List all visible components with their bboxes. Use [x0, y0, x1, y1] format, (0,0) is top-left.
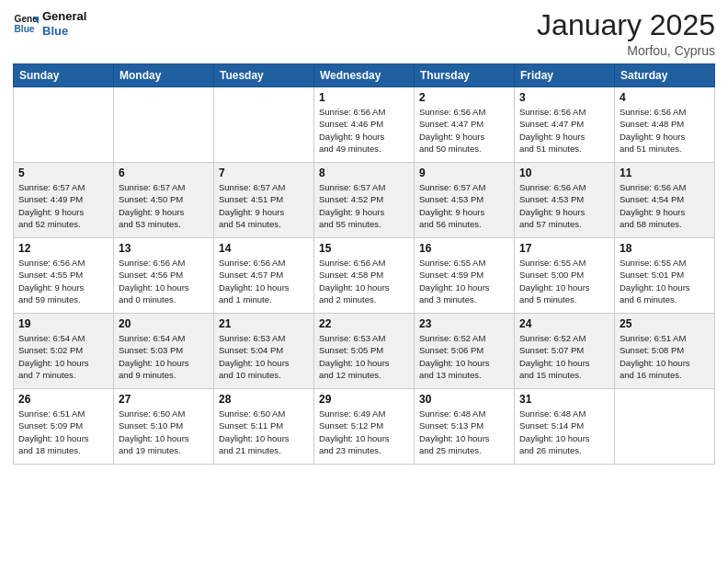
day-info: Sunrise: 6:51 AM Sunset: 5:08 PM Dayligh… [620, 332, 710, 381]
day-number: 10 [519, 167, 609, 179]
day-number: 3 [519, 91, 609, 104]
page: General Blue General Blue January 2025 M… [0, 0, 728, 563]
day-info: Sunrise: 6:54 AM Sunset: 5:03 PM Dayligh… [119, 332, 209, 381]
day-number: 23 [419, 317, 509, 330]
title-block: January 2025 Morfou, Cyprus [537, 9, 715, 58]
day-cell: 16Sunrise: 6:55 AM Sunset: 4:59 PM Dayli… [415, 238, 515, 314]
day-info: Sunrise: 6:54 AM Sunset: 5:02 PM Dayligh… [18, 332, 108, 381]
col-sunday: Sunday [14, 64, 114, 87]
day-cell: 27Sunrise: 6:50 AM Sunset: 5:10 PM Dayli… [114, 389, 214, 465]
header: General Blue General Blue January 2025 M… [13, 9, 715, 58]
day-info: Sunrise: 6:57 AM Sunset: 4:52 PM Dayligh… [319, 181, 409, 230]
day-cell: 14Sunrise: 6:56 AM Sunset: 4:57 PM Dayli… [214, 238, 314, 314]
day-number: 16 [419, 242, 509, 255]
col-friday: Friday [515, 64, 615, 87]
logo-general: General [42, 9, 86, 24]
day-cell: 3Sunrise: 6:56 AM Sunset: 4:47 PM Daylig… [515, 87, 615, 163]
day-info: Sunrise: 6:49 AM Sunset: 5:12 PM Dayligh… [319, 408, 409, 456]
day-number: 28 [219, 393, 309, 406]
day-cell: 6Sunrise: 6:57 AM Sunset: 4:50 PM Daylig… [114, 163, 214, 238]
day-info: Sunrise: 6:52 AM Sunset: 5:07 PM Dayligh… [519, 332, 609, 381]
day-number: 5 [18, 167, 108, 179]
day-info: Sunrise: 6:50 AM Sunset: 5:10 PM Dayligh… [119, 408, 209, 456]
day-info: Sunrise: 6:56 AM Sunset: 4:46 PM Dayligh… [319, 106, 409, 155]
calendar: Sunday Monday Tuesday Wednesday Thursday… [13, 63, 715, 465]
col-thursday: Thursday [415, 64, 515, 87]
col-tuesday: Tuesday [214, 64, 314, 87]
day-cell: 10Sunrise: 6:56 AM Sunset: 4:53 PM Dayli… [515, 163, 615, 238]
day-info: Sunrise: 6:51 AM Sunset: 5:09 PM Dayligh… [18, 408, 108, 456]
day-number: 9 [419, 167, 509, 179]
day-info: Sunrise: 6:48 AM Sunset: 5:13 PM Dayligh… [419, 408, 509, 456]
day-info: Sunrise: 6:56 AM Sunset: 4:48 PM Dayligh… [620, 106, 710, 155]
day-number: 12 [18, 242, 108, 255]
day-info: Sunrise: 6:52 AM Sunset: 5:06 PM Dayligh… [419, 332, 509, 381]
day-cell: 21Sunrise: 6:53 AM Sunset: 5:04 PM Dayli… [214, 314, 314, 389]
day-info: Sunrise: 6:56 AM Sunset: 4:53 PM Dayligh… [519, 181, 609, 230]
week-row-2: 5Sunrise: 6:57 AM Sunset: 4:49 PM Daylig… [14, 163, 715, 238]
day-cell: 26Sunrise: 6:51 AM Sunset: 5:09 PM Dayli… [14, 389, 114, 465]
day-cell: 31Sunrise: 6:48 AM Sunset: 5:14 PM Dayli… [515, 389, 615, 465]
week-row-5: 26Sunrise: 6:51 AM Sunset: 5:09 PM Dayli… [14, 389, 715, 465]
day-cell: 12Sunrise: 6:56 AM Sunset: 4:55 PM Dayli… [14, 238, 114, 314]
day-cell: 11Sunrise: 6:56 AM Sunset: 4:54 PM Dayli… [615, 163, 715, 238]
day-cell: 4Sunrise: 6:56 AM Sunset: 4:48 PM Daylig… [615, 87, 715, 163]
day-cell: 1Sunrise: 6:56 AM Sunset: 4:46 PM Daylig… [314, 87, 415, 163]
week-row-3: 12Sunrise: 6:56 AM Sunset: 4:55 PM Dayli… [14, 238, 715, 314]
day-number: 2 [419, 91, 509, 104]
day-cell: 22Sunrise: 6:53 AM Sunset: 5:05 PM Dayli… [314, 314, 415, 389]
svg-text:Blue: Blue [15, 24, 35, 34]
day-cell [214, 87, 314, 163]
day-number: 25 [620, 317, 710, 330]
day-info: Sunrise: 6:53 AM Sunset: 5:05 PM Dayligh… [319, 332, 409, 381]
day-info: Sunrise: 6:50 AM Sunset: 5:11 PM Dayligh… [219, 408, 309, 456]
day-number: 19 [18, 317, 108, 330]
logo: General Blue General Blue [13, 9, 86, 38]
day-info: Sunrise: 6:55 AM Sunset: 5:01 PM Dayligh… [620, 257, 710, 305]
col-wednesday: Wednesday [314, 64, 415, 87]
day-number: 7 [219, 167, 309, 179]
day-number: 13 [119, 242, 209, 255]
day-number: 20 [119, 317, 209, 330]
day-info: Sunrise: 6:56 AM Sunset: 4:56 PM Dayligh… [119, 257, 209, 305]
day-cell: 18Sunrise: 6:55 AM Sunset: 5:01 PM Dayli… [615, 238, 715, 314]
day-info: Sunrise: 6:56 AM Sunset: 4:47 PM Dayligh… [419, 106, 509, 155]
day-cell: 24Sunrise: 6:52 AM Sunset: 5:07 PM Dayli… [515, 314, 615, 389]
day-cell [114, 87, 214, 163]
day-number: 15 [319, 242, 409, 255]
day-info: Sunrise: 6:56 AM Sunset: 4:58 PM Dayligh… [319, 257, 409, 305]
day-number: 31 [519, 393, 609, 406]
col-saturday: Saturday [615, 64, 715, 87]
header-row: Sunday Monday Tuesday Wednesday Thursday… [14, 64, 715, 87]
month-title: January 2025 [537, 9, 715, 41]
location: Morfou, Cyprus [537, 43, 715, 58]
day-cell: 2Sunrise: 6:56 AM Sunset: 4:47 PM Daylig… [415, 87, 515, 163]
day-number: 26 [18, 393, 108, 406]
day-cell: 7Sunrise: 6:57 AM Sunset: 4:51 PM Daylig… [214, 163, 314, 238]
day-number: 22 [319, 317, 409, 330]
day-number: 29 [319, 393, 409, 406]
day-cell: 13Sunrise: 6:56 AM Sunset: 4:56 PM Dayli… [114, 238, 214, 314]
day-number: 24 [519, 317, 609, 330]
day-info: Sunrise: 6:55 AM Sunset: 4:59 PM Dayligh… [419, 257, 509, 305]
day-info: Sunrise: 6:57 AM Sunset: 4:53 PM Dayligh… [419, 181, 509, 230]
day-number: 6 [119, 167, 209, 179]
week-row-1: 1Sunrise: 6:56 AM Sunset: 4:46 PM Daylig… [14, 87, 715, 163]
day-info: Sunrise: 6:56 AM Sunset: 4:57 PM Dayligh… [219, 257, 309, 305]
col-monday: Monday [114, 64, 214, 87]
day-info: Sunrise: 6:55 AM Sunset: 5:00 PM Dayligh… [519, 257, 609, 305]
day-cell [14, 87, 114, 163]
day-cell: 17Sunrise: 6:55 AM Sunset: 5:00 PM Dayli… [515, 238, 615, 314]
day-number: 4 [620, 91, 710, 104]
day-info: Sunrise: 6:57 AM Sunset: 4:51 PM Dayligh… [219, 181, 309, 230]
logo-blue: Blue [42, 24, 86, 39]
day-number: 8 [319, 167, 409, 179]
day-number: 30 [419, 393, 509, 406]
day-cell: 20Sunrise: 6:54 AM Sunset: 5:03 PM Dayli… [114, 314, 214, 389]
day-info: Sunrise: 6:57 AM Sunset: 4:50 PM Dayligh… [119, 181, 209, 230]
day-number: 18 [620, 242, 710, 255]
day-cell: 8Sunrise: 6:57 AM Sunset: 4:52 PM Daylig… [314, 163, 415, 238]
day-cell: 19Sunrise: 6:54 AM Sunset: 5:02 PM Dayli… [14, 314, 114, 389]
day-number: 21 [219, 317, 309, 330]
day-info: Sunrise: 6:56 AM Sunset: 4:54 PM Dayligh… [620, 181, 710, 230]
